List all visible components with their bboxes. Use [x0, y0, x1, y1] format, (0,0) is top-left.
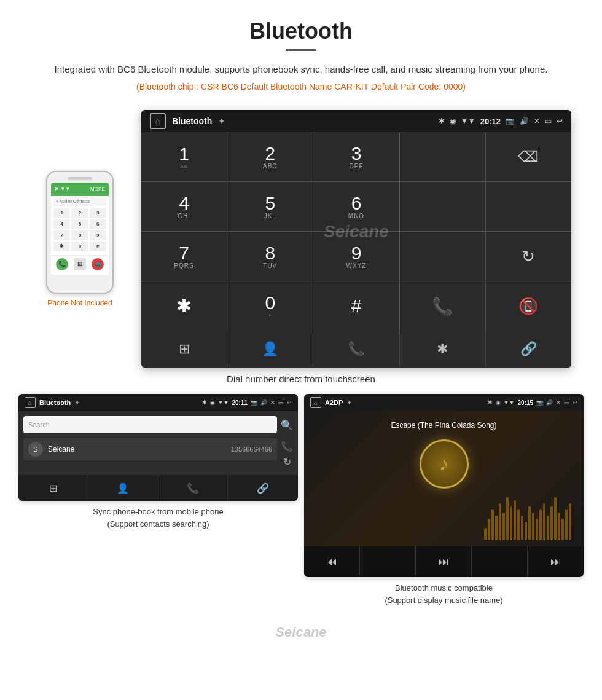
music-song-title: Escape (The Pina Colada Song) [391, 421, 496, 430]
music-time: 20:15 [517, 399, 533, 406]
music-back-icon[interactable]: ↩ [573, 399, 577, 406]
close-icon[interactable]: ✕ [534, 117, 540, 125]
page-header: Bluetooth Integrated with BC6 Bluetooth … [0, 0, 602, 110]
phone-key-8[interactable]: 8 [71, 230, 88, 240]
volume-icon: 🔊 [520, 117, 529, 125]
phone-key-3[interactable]: 3 [90, 208, 106, 218]
phone-video-icon[interactable]: 📹 [92, 258, 104, 270]
pb-close-icon[interactable]: ✕ [270, 399, 275, 406]
phone-key-6[interactable]: 6 [90, 219, 106, 229]
nav-dialpad-button[interactable]: ⊞ [141, 331, 227, 368]
music-play-pause-button[interactable]: ⏭ [416, 546, 472, 577]
music-controls: ⏮ ⏭ ⏭ [304, 546, 584, 577]
pb-nav-link[interactable]: 🔗 [228, 475, 298, 501]
bottom-screenshots: ⌂ Bluetooth ✦ ✱ ◉ ▼▼ 20:11 📷 🔊 ✕ ▭ ↩ [0, 394, 602, 606]
status-right: ✱ ◉ ▼▼ 20:12 📷 🔊 ✕ ▭ ↩ [439, 117, 563, 126]
key-2[interactable]: 2 ABC [227, 132, 313, 181]
key-empty-2 [400, 182, 485, 231]
dial-status-bar: Bluetooth ✦ ✱ ◉ ▼▼ 20:12 📷 🔊 ✕ ▭ ↩ [141, 110, 571, 132]
page-footer: Seicane [0, 618, 602, 653]
main-screenshot-area: ✱ ▼▼ MORE + Add to Contacts 1 2 3 4 5 6 … [0, 110, 602, 368]
pb-refresh-side-icon[interactable]: ↻ [281, 456, 293, 468]
key-hash[interactable]: # [313, 281, 399, 331]
phonebook-status-bar: ⌂ Bluetooth ✦ ✱ ◉ ▼▼ 20:11 📷 🔊 ✕ ▭ ↩ [18, 394, 298, 411]
music-title-bar: A2DP [325, 399, 343, 406]
key-7[interactable]: 7 PQRS [141, 232, 227, 281]
phone-key-star[interactable]: ✱ [53, 242, 70, 251]
phone-key-2[interactable]: 2 [71, 208, 88, 218]
phonebook-search-field[interactable]: Search [23, 416, 277, 433]
phonebook-contact-row[interactable]: S Seicane 13566664466 [23, 438, 277, 460]
page-title: Bluetooth [49, 18, 553, 44]
pb-location-icon: ◉ [210, 399, 215, 406]
phone-dialpad: 1 2 3 4 5 6 7 8 9 ✱ 0 # [51, 207, 109, 253]
music-body: Escape (The Pina Colada Song) ♪ [304, 411, 584, 546]
music-prev-button[interactable]: ⏮ [304, 546, 360, 577]
key-0[interactable]: 0 + [227, 281, 313, 331]
phone-home-icon[interactable]: ⊞ [74, 258, 86, 270]
music-screen: ⌂ A2DP ✦ ✱ ◉ ▼▼ 20:15 📷 🔊 ✕ ▭ ↩ [304, 394, 584, 577]
nav-link-button[interactable]: 🔗 [486, 331, 571, 368]
pb-bluetooth-icon: ✱ [202, 399, 207, 406]
nav-bluetooth-button[interactable]: ✱ [400, 331, 485, 368]
phone-side: ✱ ▼▼ MORE + Add to Contacts 1 2 3 4 5 6 … [31, 171, 129, 307]
contact-avatar: S [28, 442, 43, 457]
dial-status-left: Bluetooth ✦ [150, 113, 225, 129]
phone-key-4[interactable]: 4 [53, 219, 70, 229]
key-8[interactable]: 8 TUV [227, 232, 313, 281]
phone-key-9[interactable]: 9 [90, 230, 106, 240]
backspace-key[interactable]: ⌫ [486, 132, 571, 181]
phone-key-1[interactable]: 1 [53, 208, 70, 218]
key-empty-1 [400, 132, 485, 181]
phone-key-hash[interactable]: # [90, 242, 106, 251]
call-button[interactable]: 📞 [400, 281, 485, 331]
key-3[interactable]: 3 DEF [313, 132, 399, 181]
pb-nav-dialpad[interactable]: ⊞ [18, 475, 88, 501]
nav-calls-button[interactable]: 📞 [313, 331, 399, 368]
key-1[interactable]: 1 ⌂⌂ [141, 132, 227, 181]
music-home-icon[interactable]: ⌂ [310, 397, 321, 408]
phone-bottom-bar: 📞 ⊞ 📹 [51, 255, 109, 273]
phone-call-icon[interactable]: 📞 [56, 258, 68, 270]
search-placeholder: Search [28, 421, 50, 428]
phone-speaker [68, 177, 92, 180]
phonebook-side-icons: 📞 ↻ [281, 438, 293, 470]
phone-key-5[interactable]: 5 [71, 219, 88, 229]
key-6[interactable]: 6 MNO [313, 182, 399, 231]
pb-nav-contacts[interactable]: 👤 [88, 475, 158, 501]
contact-phone: 13566664466 [231, 446, 272, 453]
music-volume-icon: 🔊 [546, 399, 553, 406]
pb-call-side-icon[interactable]: 📞 [281, 441, 293, 452]
phonebook-bottom-bar: ⊞ 👤 📞 🔗 [18, 475, 298, 501]
nav-contacts-button[interactable]: 👤 [227, 331, 313, 368]
phone-key-7[interactable]: 7 [53, 230, 70, 240]
camera-icon: 📷 [506, 117, 515, 125]
end-call-button[interactable]: 📵 [486, 281, 571, 331]
phone-key-0[interactable]: 0 [71, 242, 88, 251]
pb-nav-calls[interactable]: 📞 [158, 475, 229, 501]
refresh-key[interactable]: ↻ [486, 232, 571, 281]
key-empty-4 [400, 232, 485, 281]
key-4[interactable]: 4 GHI [141, 182, 227, 231]
pb-home-icon[interactable]: ⌂ [25, 397, 36, 408]
home-button[interactable] [150, 113, 166, 129]
key-9[interactable]: 9 WXYZ [313, 232, 399, 281]
bluetooth-status-icon: ✱ [439, 117, 445, 125]
pb-usb-icon: ✦ [74, 399, 80, 407]
search-icon[interactable]: 🔍 [281, 419, 293, 431]
footer-logo: Seicane [0, 624, 602, 640]
music-section: ⌂ A2DP ✦ ✱ ◉ ▼▼ 20:15 📷 🔊 ✕ ▭ ↩ [304, 394, 584, 606]
key-5[interactable]: 5 JKL [227, 182, 313, 231]
music-next-button[interactable]: ⏭ [528, 546, 584, 577]
key-star[interactable]: ✱ [141, 281, 227, 331]
window-icon: ▭ [545, 117, 552, 125]
pb-time: 20:11 [232, 399, 248, 406]
signal-icon: ▼▼ [461, 117, 475, 125]
music-close-icon[interactable]: ✕ [556, 399, 561, 406]
bottom-nav-bar: ⊞ 👤 📞 ✱ 🔗 [141, 331, 571, 368]
phone-mockup: ✱ ▼▼ MORE + Add to Contacts 1 2 3 4 5 6 … [46, 171, 114, 294]
back-icon[interactable]: ↩ [557, 117, 563, 125]
pb-camera-icon: 📷 [251, 399, 257, 406]
music-location-icon: ◉ [496, 399, 501, 406]
pb-back-icon[interactable]: ↩ [287, 399, 292, 406]
